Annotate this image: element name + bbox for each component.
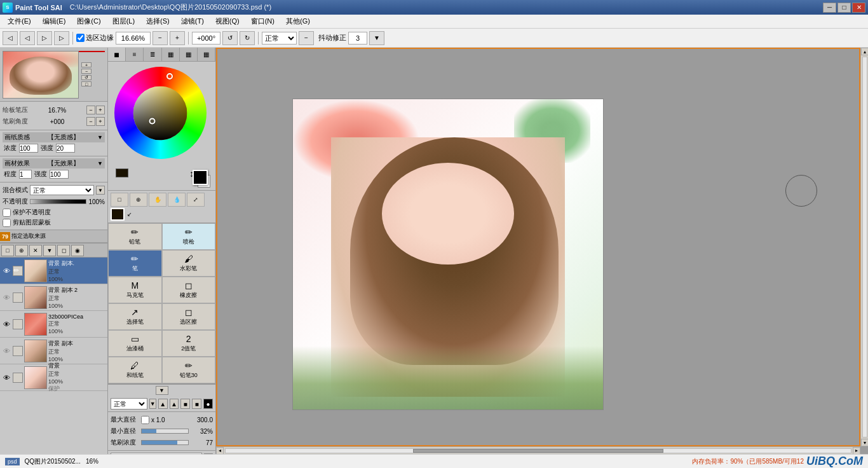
layer-item[interactable]: 👁 背景 副本 正常 100%: [0, 338, 107, 364]
color-tab-2[interactable]: ≡: [126, 48, 144, 61]
color-display-box[interactable]: [111, 208, 125, 221]
layer-eye-5[interactable]: 👁: [1, 373, 11, 383]
zoom-input[interactable]: [116, 32, 151, 45]
menu-filter[interactable]: 滤镜(T): [176, 15, 209, 27]
layer-item[interactable]: 👁 背景 正常 100% 保护: [0, 364, 107, 391]
layer-copy-btn[interactable]: ⊕: [15, 245, 28, 256]
color-wheel-area[interactable]: [108, 62, 215, 167]
color-tab-1[interactable]: ■: [108, 48, 126, 61]
shape-square[interactable]: ■: [180, 399, 190, 409]
layer-pen-2[interactable]: [13, 292, 23, 303]
layer-item[interactable]: 👁 ✏ 背景 副本. 正常 100%: [0, 258, 107, 284]
layer-delete-btn[interactable]: ✕: [29, 245, 42, 256]
zoom-in-btn[interactable]: +: [170, 31, 185, 45]
paper-effect-strength-input[interactable]: [50, 170, 69, 179]
thumb-fit[interactable]: □: [81, 81, 92, 86]
layer-item[interactable]: 👁 背景 副本 2 正常 100%: [0, 284, 107, 311]
menu-edit[interactable]: 编辑(E): [37, 15, 71, 27]
density-minus[interactable]: −: [86, 106, 95, 114]
layer-pen-4[interactable]: [13, 346, 23, 356]
eyedropper-icon[interactable]: 💧: [168, 193, 186, 207]
scroll-track-vertical[interactable]: [862, 57, 867, 437]
canvas-scrollbar-horizontal[interactable]: ◂ ▸: [216, 446, 860, 454]
tool-scroll-down[interactable]: ▼: [156, 386, 168, 395]
watercolor-tool[interactable]: 🖌 水彩笔: [162, 250, 216, 277]
rotate-left-btn[interactable]: ↺: [222, 31, 238, 45]
menu-window[interactable]: 窗口(N): [246, 15, 280, 27]
protect-opacity-checkbox[interactable]: [3, 209, 11, 217]
layer-pen-3[interactable]: [13, 319, 23, 329]
thumb-zoom-out[interactable]: −: [81, 69, 92, 74]
shape-circle[interactable]: ●: [203, 399, 213, 409]
color-wheel[interactable]: [114, 67, 207, 159]
eraser-tool[interactable]: ◻ 橡皮擦: [162, 277, 216, 303]
restore-button[interactable]: □: [837, 3, 851, 13]
brush-mode-select[interactable]: 正常: [111, 398, 147, 410]
foreground-color[interactable]: [193, 170, 208, 185]
density-plus[interactable]: +: [96, 106, 105, 114]
layer-pen-5[interactable]: [13, 373, 23, 383]
rotate-right-btn[interactable]: ↻: [240, 31, 255, 45]
shape-square2[interactable]: ■: [192, 399, 201, 409]
blend-mode-select[interactable]: 正常: [262, 32, 297, 45]
brush-mode-arrow[interactable]: ▼: [149, 399, 156, 409]
menu-view[interactable]: 视图(Q): [210, 15, 245, 27]
scroll-left-btn[interactable]: ◂: [216, 447, 224, 455]
marquee-icon[interactable]: □: [111, 193, 128, 207]
angle-input[interactable]: [192, 32, 220, 45]
color-tab-4[interactable]: ▦: [162, 48, 180, 61]
angle-minus[interactable]: −: [86, 117, 95, 126]
toolbar-btn-4[interactable]: ▷: [54, 31, 69, 45]
move-icon[interactable]: ✋: [149, 193, 166, 207]
blend-minus-btn[interactable]: −: [299, 31, 314, 45]
layer-item[interactable]: 👁 32b000PICea 正常 100%: [0, 311, 107, 338]
blend-arrow[interactable]: ▼: [96, 186, 105, 195]
layer-eye-2[interactable]: 👁: [1, 292, 11, 303]
stabilizer-input[interactable]: [348, 32, 367, 45]
layer-eye-4[interactable]: 👁: [1, 346, 11, 356]
max-diameter-check[interactable]: [141, 416, 149, 424]
toolbar-btn-2[interactable]: ◁: [20, 31, 35, 45]
shape-triangle-up[interactable]: ▲: [158, 399, 168, 409]
angle-plus[interactable]: +: [96, 117, 105, 126]
thumb-rotate[interactable]: ↺: [81, 75, 92, 80]
lasso-icon[interactable]: ⊕: [130, 193, 147, 207]
pencil-tool[interactable]: ✏ 铅笔: [108, 223, 162, 250]
stabilizer-btn[interactable]: ▼: [369, 31, 384, 45]
layer-eye-1[interactable]: 👁: [1, 266, 11, 276]
brush-tool[interactable]: ✏ 笔: [108, 250, 162, 277]
shape-select-arrow[interactable]: ▼: [204, 453, 213, 454]
brush-shape-select[interactable]: 【通常的圆形】: [111, 453, 202, 454]
toolbar-btn-3[interactable]: ▷: [37, 31, 52, 45]
washi-pen-tool[interactable]: 🖊 和纸笔: [108, 357, 162, 383]
menu-select[interactable]: 选择(S): [141, 15, 175, 27]
layer-eye-3[interactable]: 👁: [1, 319, 11, 329]
transform-icon[interactable]: ⤢: [187, 193, 205, 207]
paper-strength-input[interactable]: [56, 144, 75, 153]
fill-tool[interactable]: ▭ 油漆桶: [108, 330, 162, 357]
color-tab-6[interactable]: ▦: [198, 48, 215, 61]
zoom-out-btn[interactable]: −: [153, 31, 168, 45]
shape-triangle-up2[interactable]: ▲: [170, 399, 179, 409]
scroll-down-btn[interactable]: ▾: [861, 439, 869, 446]
close-button[interactable]: ✕: [852, 3, 865, 13]
canvas-area[interactable]: ◂ ▸ ▴ ▾: [216, 48, 868, 454]
scroll-thumb-horizontal[interactable]: [413, 449, 663, 453]
blend-mode-dropdown[interactable]: 正常: [30, 185, 94, 195]
select-pen-tool[interactable]: ↗ 选择笔: [108, 303, 162, 330]
scroll-right-btn[interactable]: ▸: [853, 447, 860, 455]
paper-density-input[interactable]: [19, 144, 38, 153]
clip-layer-checkbox[interactable]: [3, 219, 11, 227]
menu-layer[interactable]: 图层(L): [107, 15, 140, 27]
paper-effect-header[interactable]: 画材效果 【无效果】 ▼: [3, 158, 105, 169]
color-tab-5[interactable]: ▦: [180, 48, 198, 61]
minimize-button[interactable]: ─: [823, 3, 836, 13]
layer-pen-1[interactable]: ✏: [13, 266, 23, 276]
select-eraser-tool[interactable]: ◻ 选区擦: [162, 303, 216, 330]
edge-checkbox[interactable]: [76, 34, 85, 42]
airbrush-tool[interactable]: ✏ 喷枪: [162, 223, 216, 250]
menu-file[interactable]: 文件(E): [3, 15, 36, 27]
color-square[interactable]: [133, 86, 187, 140]
menu-image[interactable]: 图像(C): [72, 15, 105, 27]
layer-mask-btn[interactable]: ◉: [71, 245, 84, 256]
